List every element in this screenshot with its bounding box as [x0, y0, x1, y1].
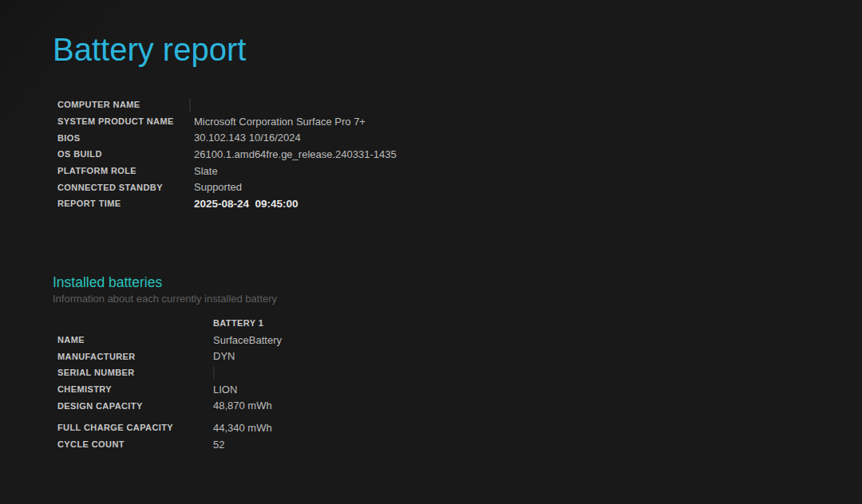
info-label: REPORT TIME	[57, 199, 194, 208]
battery-row-full-charge-capacity: FULL CHARGE CAPACITY 44,340 mWh	[57, 419, 616, 436]
info-label: SYSTEM PRODUCT NAME	[57, 116, 194, 126]
battery-row-serial-number: SERIAL NUMBER	[57, 364, 616, 381]
battery-row-design-capacity: DESIGN CAPACITY 48,870 mWh	[57, 397, 616, 414]
info-value: Slate	[194, 165, 616, 177]
info-label: COMPUTER NAME	[57, 100, 194, 109]
info-value	[194, 99, 616, 111]
info-label: SERIAL NUMBER	[57, 368, 213, 377]
info-label: CONNECTED STANDBY	[57, 183, 194, 192]
info-label: DESIGN CAPACITY	[57, 401, 213, 411]
info-value: 52	[213, 439, 616, 451]
battery-row-name: NAME SurfaceBattery	[57, 332, 616, 348]
info-row-connected-standby: CONNECTED STANDBY Supported	[57, 179, 616, 195]
info-label: BIOS	[57, 133, 194, 143]
info-value: 48,870 mWh	[213, 400, 616, 411]
page-title: Battery report	[53, 30, 246, 69]
redaction-box	[189, 98, 191, 112]
battery-row-manufacturer: MANUFACTURER DYN	[57, 348, 616, 364]
installed-batteries-heading: Installed batteries	[53, 274, 162, 291]
info-value: 30.102.143 10/16/2024	[194, 132, 616, 144]
battery-table-header-row: BATTERY 1	[57, 315, 616, 332]
info-label: PLATFORM ROLE	[57, 166, 194, 175]
info-value: Supported	[194, 181, 616, 193]
info-label: FULL CHARGE CAPACITY	[57, 423, 213, 432]
info-row-platform-role: PLATFORM ROLE Slate	[57, 163, 616, 179]
info-label: NAME	[57, 335, 213, 345]
info-value: 26100.1.amd64fre.ge_release.240331-1435	[194, 148, 616, 160]
installed-batteries-subtitle: Information about each currently install…	[53, 293, 277, 305]
info-row-computer-name: COMPUTER NAME	[57, 96, 616, 113]
battery-column-header: BATTERY 1	[213, 318, 616, 328]
info-row-report-time: REPORT TIME 2025-08-24 09:45:00	[57, 195, 616, 212]
info-row-os-build: OS BUILD 26100.1.amd64fre.ge_release.240…	[57, 146, 616, 163]
info-value: 44,340 mWh	[213, 422, 616, 434]
info-value: LION	[213, 384, 616, 396]
battery-row-cycle-count: CYCLE COUNT 52	[57, 436, 616, 453]
info-label: CYCLE COUNT	[57, 439, 213, 449]
battery-row-chemistry: CHEMISTRY LION	[57, 381, 616, 398]
redaction-box	[213, 366, 215, 380]
info-value	[213, 367, 616, 379]
info-value: DYN	[213, 350, 616, 362]
info-value: Microsoft Corporation Surface Pro 7+	[194, 116, 616, 128]
info-label: OS BUILD	[57, 149, 194, 159]
system-info-table: COMPUTER NAME SYSTEM PRODUCT NAME Micros…	[57, 96, 616, 212]
report-time-value: 2025-08-24 09:45:00	[194, 198, 616, 210]
installed-batteries-table: BATTERY 1 NAME SurfaceBattery MANUFACTUR…	[57, 315, 616, 453]
battery-report-page: Battery report COMPUTER NAME SYSTEM PROD…	[0, 0, 862, 504]
info-row-system-product-name: SYSTEM PRODUCT NAME Microsoft Corporatio…	[57, 113, 616, 130]
info-label: MANUFACTURER	[57, 352, 213, 361]
info-row-bios: BIOS 30.102.143 10/16/2024	[57, 129, 616, 146]
info-label: CHEMISTRY	[57, 384, 213, 394]
info-value: SurfaceBattery	[213, 334, 616, 346]
